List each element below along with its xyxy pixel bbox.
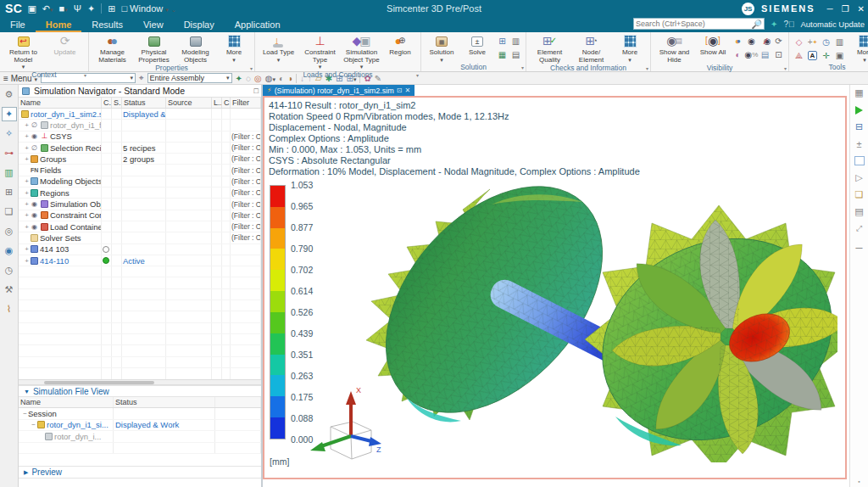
col-c2[interactable]: C.	[222, 98, 231, 108]
tab-application[interactable]: Application	[225, 18, 291, 32]
group-dialog-caret[interactable]: ▾	[250, 65, 253, 71]
expression-calculator-icon[interactable]: ▦	[853, 87, 866, 99]
continue-icon[interactable]	[853, 104, 866, 116]
journal-icon[interactable]: ◷	[820, 36, 832, 48]
undo-icon[interactable]: ↶▾	[42, 3, 53, 14]
note-icon[interactable]: ▪	[850, 479, 868, 484]
file-view-row[interactable]: −rotor_dyn_i1_si... Displayed & Work	[19, 420, 261, 432]
layer-settings-icon[interactable]: ▤	[759, 48, 771, 61]
region-button[interactable]: ●⊕ Region	[383, 33, 417, 57]
panel-maximize-icon[interactable]: □	[254, 87, 259, 95]
tree-row[interactable]: rotor_dyn_i1_sim2.sim Displayed & W...	[19, 109, 261, 120]
load-type-button[interactable]: ↓ Load Type▾	[259, 33, 298, 63]
new-window-icon[interactable]	[853, 154, 866, 167]
group-dialog-caret[interactable]: ▾	[784, 65, 787, 71]
expand-icon[interactable]: +	[24, 257, 30, 265]
file-view-row[interactable]: rotor_dyn_i...	[19, 431, 261, 443]
tree-row[interactable]: +∅rotor_dyn_i1_fem...	[19, 120, 261, 131]
col-s[interactable]: S..	[112, 98, 122, 108]
show-and-hide-button[interactable]: ◉▤ Show and Hide	[654, 33, 694, 64]
move-object-icon[interactable]: ✛	[820, 49, 832, 62]
col-l[interactable]: L..	[212, 98, 222, 108]
no-display-icon[interactable]: ∅	[31, 121, 38, 129]
expand-icon[interactable]: +	[24, 245, 30, 253]
help-icon[interactable]: ?⃝	[783, 20, 794, 29]
tree-row[interactable]: +◉Load Container (Filter : Off)(	[19, 221, 261, 232]
simulation-object-type-button[interactable]: ◆▣ Simulation Object Type▾	[342, 33, 381, 70]
measure-icon[interactable]: ◇	[793, 36, 805, 48]
restore-button[interactable]: ❐	[842, 4, 849, 14]
fv-col-status[interactable]: Status	[114, 397, 215, 407]
expand-icon[interactable]: +	[24, 189, 30, 197]
tree-row[interactable]: +◉Constraint Contai... (Filter : Off)(	[19, 210, 261, 221]
tree-row[interactable]: +Modeling Objects (Filter : Off)(	[19, 176, 261, 188]
clipboard-icon[interactable]: ▤	[853, 205, 866, 218]
bookmark-icon[interactable]: ❏	[853, 188, 866, 201]
horizontal-scrollbar[interactable]	[19, 379, 261, 385]
point-icon[interactable]: +✦	[806, 36, 819, 48]
constraint-type-button[interactable]: ⊥ Constraint Type▾	[300, 33, 340, 70]
collapse-icon[interactable]: −	[22, 410, 28, 417]
physical-properties-button[interactable]: Physical Properties	[134, 33, 174, 64]
edit-solution-icon[interactable]: ▦	[496, 48, 509, 61]
no-display-icon[interactable]: ∅	[31, 144, 38, 152]
stop-icon[interactable]: ■▾	[59, 3, 68, 14]
element-quality-button[interactable]: ⊞✓ Element Quality	[530, 33, 570, 64]
color-wand-icon[interactable]: ⌇	[2, 302, 17, 316]
group-dialog-caret[interactable]: ▾	[416, 72, 419, 78]
edit-object-display-icon[interactable]: ◐	[732, 48, 744, 61]
manage-materials-button[interactable]: ●● Manage Materials	[92, 33, 132, 64]
fv-col-name[interactable]: Name	[19, 397, 114, 407]
solve-shortcut-icon[interactable]: ±	[853, 137, 866, 150]
active-view-tab[interactable]: ⚡ (Simulation) rotor_dyn_i1_sim2.sim ⊡ ✕	[263, 85, 415, 96]
tree-row[interactable]: +414 103	[19, 244, 261, 255]
checks-more-button[interactable]: More▾	[613, 33, 647, 63]
refresh-display-icon[interactable]: ⟳	[772, 35, 785, 48]
tab-results[interactable]: Results	[81, 18, 133, 32]
switch-window-icon[interactable]: ⊞	[108, 3, 115, 14]
selection-scope-dropdown[interactable]: Entire Assembly▾	[147, 73, 232, 83]
web-browser-icon[interactable]: ◉	[2, 244, 17, 258]
collapse-icon[interactable]: −	[31, 421, 36, 428]
collapse-panel-icon[interactable]: ⚊	[853, 239, 866, 252]
assembly-navigator-icon[interactable]: ◎	[2, 224, 17, 238]
tab-view[interactable]: View	[133, 18, 174, 32]
fit-view-icon[interactable]: ⤢	[853, 222, 866, 235]
pin-tab-icon[interactable]: ⊡	[397, 87, 403, 94]
file-view-row[interactable]: −Session	[19, 408, 261, 420]
select-highlight-icon[interactable]: ✦	[236, 74, 242, 83]
window-menu[interactable]: □ Window ▾ ⌄	[121, 3, 175, 14]
expand-icon[interactable]: +	[24, 177, 30, 185]
settings-gear-icon[interactable]: ⚙	[2, 87, 17, 102]
group-dialog-caret[interactable]: ▾	[84, 72, 86, 78]
group-dialog-caret[interactable]: ▾	[646, 65, 648, 71]
expand-icon[interactable]: +	[24, 223, 30, 231]
expand-icon[interactable]: +	[24, 121, 30, 129]
col-source[interactable]: Source	[166, 98, 212, 108]
tree-row[interactable]: FNFields (Filter : Off)(	[19, 165, 261, 176]
snap-point-icon[interactable]: ⌖	[139, 73, 144, 83]
return-to-model-button[interactable]: ↩ Return to Model▾	[3, 33, 43, 70]
visibility-icon[interactable]: ◉	[31, 200, 38, 208]
col-c1[interactable]: C.	[102, 98, 112, 108]
preview-section-header[interactable]: ▶ Preview	[19, 466, 261, 479]
group-dialog-caret[interactable]: ▾	[521, 64, 524, 70]
save-icon[interactable]: ▣	[27, 3, 36, 14]
properties-more-button[interactable]: More▾	[217, 33, 251, 63]
touch-mode-icon[interactable]: ✦	[87, 3, 95, 14]
visibility-icon[interactable]: ◉	[31, 211, 38, 219]
minimize-button[interactable]: ─	[827, 4, 833, 14]
tab-display[interactable]: Display	[174, 18, 225, 32]
tree-row[interactable]: +◉⊥CSYS (Filter : Off)(	[19, 132, 261, 143]
node-element-button[interactable]: ⊞◔ Node/ Element	[571, 33, 611, 64]
user-avatar[interactable]: JS	[742, 3, 754, 15]
annotation-icon[interactable]: A	[806, 49, 819, 62]
solution-manager-icon[interactable]: ▥	[509, 35, 522, 48]
user-tools-icon[interactable]: ▣	[833, 49, 846, 62]
select-lasso-icon[interactable]: ◌	[246, 74, 251, 83]
close-button[interactable]: ✕	[858, 4, 865, 14]
solution-button[interactable]: ▦ Solution▾	[425, 33, 459, 63]
show-all-button[interactable]: [◉] Show All	[696, 33, 730, 57]
post-processing-navigator-icon[interactable]: ▥	[2, 165, 17, 180]
solution-monitor-icon[interactable]: ⊞	[496, 35, 509, 48]
